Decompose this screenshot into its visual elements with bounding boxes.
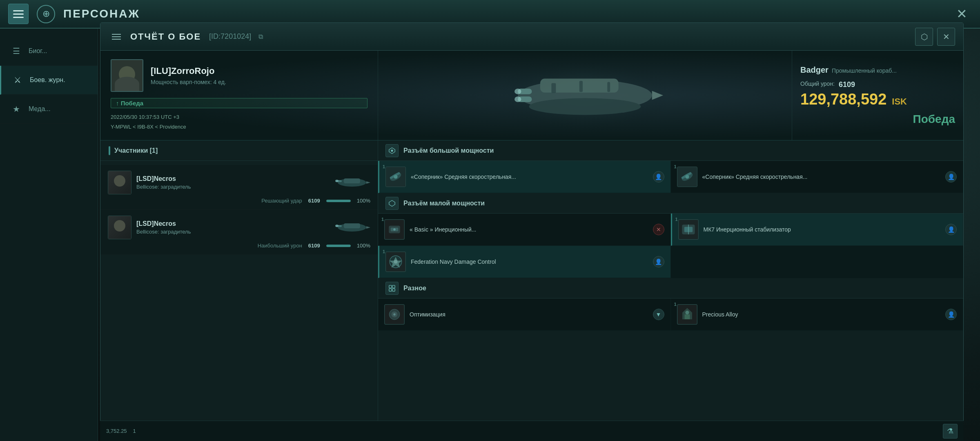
sidebar-item-combat[interactable]: ⚔ Боев. журн.	[0, 66, 98, 95]
module-misc-1-icon	[384, 304, 405, 325]
module-small-2[interactable]: 1 МК7 Инерционный стабилизато	[671, 214, 964, 246]
svg-rect-9	[551, 83, 556, 93]
participant-1-info: [LSD]Necros Bellicose: заградитель	[136, 175, 329, 190]
module-large-2-name: «Соперник» Средняя скорострельная...	[702, 173, 941, 180]
modal-body: [ILU]ZorroRojo Мощность варп-помех: 4 ед…	[100, 51, 963, 432]
module-large-1[interactable]: 1 «Соперник» Средняя скоростр	[378, 161, 671, 193]
svg-rect-45	[389, 285, 392, 287]
module-misc-2-action[interactable]: 👤	[945, 309, 957, 320]
svg-point-36	[393, 228, 396, 231]
filter-button[interactable]: ⚗	[943, 424, 958, 439]
svg-rect-15	[344, 178, 360, 183]
modal-close-button[interactable]: ✕	[937, 28, 955, 46]
svg-rect-11	[607, 82, 610, 92]
modal-title: ОТЧЁТ О БОЕ	[130, 31, 201, 42]
svg-rect-10	[579, 81, 583, 92]
modal-menu-button[interactable]	[109, 29, 124, 45]
module-misc-1-name: Оптимизация	[410, 311, 648, 318]
ship-type: Промышленный кораб...	[832, 67, 897, 74]
module-misc-1[interactable]: Оптимизация ▼	[378, 298, 671, 331]
module-small-3-federation[interactable]: 1 Federation Navy Damage Cont	[378, 246, 671, 278]
svg-point-7	[514, 89, 521, 94]
hero-left: [ILU]ZorroRojo Мощность варп-помех: 4 ед…	[100, 51, 378, 140]
svg-point-21	[335, 225, 339, 227]
module-fed-navy-info: Federation Navy Damage Control	[411, 258, 648, 265]
damage-currency: ISK	[892, 96, 907, 107]
damage-total-label: Общий урон:	[800, 80, 835, 87]
participant-2-avatar	[108, 216, 131, 239]
hero-section: [ILU]ZorroRojo Мощность варп-помех: 4 ед…	[100, 51, 963, 140]
svg-marker-32	[389, 200, 395, 206]
sidebar-item-bio[interactable]: ☰ Биог...	[0, 37, 98, 66]
module-large-1-icon	[385, 167, 406, 187]
module-large-1-info: «Соперник» Средняя скорострельная...	[411, 173, 648, 180]
sidebar-item-medals[interactable]: ★ Меда...	[0, 95, 98, 124]
participant-row-2[interactable]: [LSD]Necros Bellicose: заградитель	[100, 210, 378, 255]
participant-1-stat-bar	[326, 200, 351, 202]
module-small-2-action[interactable]: 👤	[945, 224, 957, 235]
modal-export-button[interactable]: ⬡	[915, 28, 933, 46]
module-small-1-icon	[384, 219, 405, 240]
module-small-1-close[interactable]: ✕	[653, 224, 664, 235]
svg-point-56	[685, 311, 689, 314]
module-small-1[interactable]: 1 « Basic » Инерционный...	[378, 214, 671, 246]
participant-1-ship: Bellicose: заградитель	[136, 184, 329, 190]
bottom-num: 1	[133, 428, 136, 434]
svg-point-44	[394, 260, 397, 263]
participant-row-1[interactable]: [LSD]Necros Bellicose: заградитель	[100, 165, 378, 210]
participant-2-stats: Наибольший урон 6109 100%	[108, 243, 370, 249]
hero-player: [ILU]ZorroRojo Мощность варп-помех: 4 ед…	[111, 59, 368, 92]
svg-rect-46	[392, 285, 395, 287]
top-bar-close-button[interactable]: ✕	[951, 4, 972, 24]
module-fed-navy-name: Federation Navy Damage Control	[411, 258, 648, 265]
misc-grid: Оптимизация ▼ 1	[378, 298, 963, 331]
top-bar-title: ПЕРСОНАЖ	[63, 7, 140, 20]
svg-rect-20	[344, 223, 360, 228]
svg-point-27	[394, 175, 397, 178]
top-menu-button[interactable]	[8, 4, 29, 24]
sidebar: ☰ Биог... ⚔ Боев. журн. ★ Меда...	[0, 29, 98, 441]
ship-silhouette	[378, 51, 792, 140]
module-large-1-name: «Соперник» Средняя скорострельная...	[411, 173, 648, 180]
copy-icon[interactable]: ⧉	[258, 33, 263, 40]
small-slot-header: Разъём малой мощности	[378, 193, 963, 214]
modal-actions: ⬡ ✕	[915, 28, 955, 46]
bottom-stat: 3,752.25	[106, 428, 127, 434]
bio-icon: ☰	[10, 45, 22, 57]
participants-title: Участники [1]	[114, 147, 158, 154]
hero-player-info: [ILU]ZorroRojo Мощность варп-помех: 4 ед…	[151, 66, 368, 85]
svg-point-8	[514, 96, 521, 102]
misc-section-title: Разное	[403, 285, 426, 292]
module-large-2-action[interactable]: 👤	[945, 171, 957, 183]
module-misc-2-info: Precious Alloy	[702, 311, 941, 318]
svg-point-3	[529, 98, 641, 115]
svg-point-31	[685, 175, 689, 178]
module-small-2-name: МК7 Инерционный стабилизатор	[704, 226, 941, 233]
participant-1-avatar	[108, 171, 131, 194]
module-fed-navy-action[interactable]: 👤	[653, 256, 664, 267]
participant-2-ship-img	[334, 217, 370, 238]
sidebar-item-bio-label: Биог...	[29, 47, 47, 55]
victory-status-badge: ↑ Победа	[111, 98, 368, 108]
misc-icon	[385, 282, 399, 295]
participant-2-stat-label: Наибольший урон	[258, 243, 302, 249]
sidebar-item-medals-label: Меда...	[29, 105, 51, 113]
svg-marker-13	[366, 181, 370, 184]
module-misc-2[interactable]: 1 Precious Alloy	[671, 298, 964, 331]
participant-1-stat-value: 6109	[308, 198, 320, 204]
player-avatar	[111, 59, 143, 92]
module-large-2[interactable]: 1 «Соперник» Средняя скоростр	[671, 161, 964, 193]
hero-location: Y-MPWL < I9B-8X < Providence	[111, 122, 368, 131]
module-fed-navy-icon	[385, 252, 406, 272]
participant-2-stat-value: 6109	[308, 243, 320, 249]
participants-panel: Участники [1] [LSD]Necros Bellicose: заг…	[100, 140, 378, 432]
module-large-1-action[interactable]: 👤	[653, 171, 664, 183]
participant-2-name: [LSD]Necros	[136, 220, 329, 227]
svg-rect-55	[684, 314, 690, 319]
svg-point-16	[335, 180, 339, 182]
participant-1-stats: Решающий удар 6109 100%	[108, 198, 370, 204]
module-misc-1-dropdown[interactable]: ▼	[653, 309, 664, 320]
module-large-2-info: «Соперник» Средняя скорострельная...	[702, 173, 941, 180]
player-detail: Мощность варп-помех: 4 ед.	[151, 79, 368, 85]
svg-marker-18	[366, 226, 370, 229]
